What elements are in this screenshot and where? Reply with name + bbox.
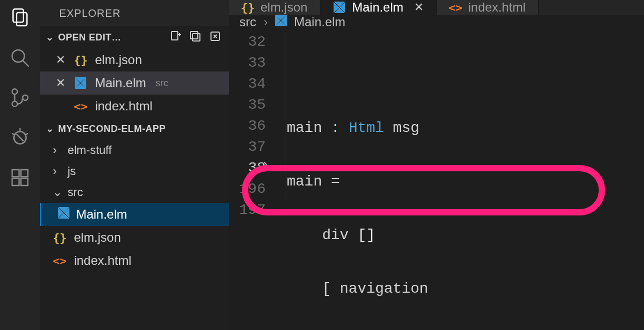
line-number: 38 bbox=[229, 158, 276, 179]
new-file-icon[interactable] bbox=[169, 30, 182, 45]
code-editor[interactable]: 32 33 34 35 36 37 38 196 197 › main : Ht… bbox=[229, 29, 644, 330]
svg-rect-16 bbox=[172, 32, 178, 40]
tab-index-html[interactable]: <> index.html bbox=[437, 0, 539, 15]
file-item[interactable]: Main.elm bbox=[40, 203, 229, 226]
tab-main-elm[interactable]: Main.elm ✕ bbox=[320, 0, 436, 15]
folder-item[interactable]: › js bbox=[40, 161, 229, 182]
chevron-down-icon: ⌄ bbox=[44, 123, 55, 135]
svg-rect-13 bbox=[21, 170, 28, 177]
svg-point-5 bbox=[12, 101, 17, 107]
line-number: 197 bbox=[229, 200, 276, 221]
svg-point-2 bbox=[12, 50, 24, 62]
folder-item[interactable]: ⌄ src bbox=[40, 182, 229, 203]
main-area: {} elm.json Main.elm ✕ <> index.html src… bbox=[229, 0, 644, 330]
breadcrumb-segment[interactable]: src bbox=[239, 15, 256, 29]
svg-rect-14 bbox=[12, 179, 19, 185]
tab-label: elm.json bbox=[260, 0, 307, 15]
svg-rect-1 bbox=[17, 13, 27, 26]
elm-icon bbox=[333, 1, 346, 14]
json-icon: {} bbox=[242, 1, 254, 14]
svg-rect-19 bbox=[190, 32, 198, 39]
workspace-header[interactable]: ⌄ MY-SECOND-ELM-APP bbox=[40, 118, 229, 140]
open-editor-item[interactable]: ✕ Main.elm src bbox=[40, 71, 229, 95]
close-all-icon[interactable] bbox=[209, 30, 222, 45]
file-label: index.html bbox=[74, 253, 131, 268]
save-all-icon[interactable] bbox=[189, 30, 202, 45]
open-editor-meta: src bbox=[156, 78, 168, 89]
activity-extensions[interactable] bbox=[9, 167, 31, 188]
open-editor-label: Main.elm bbox=[95, 76, 146, 90]
svg-line-8 bbox=[17, 134, 24, 141]
activity-explorer[interactable] bbox=[9, 7, 31, 28]
chevron-right-icon: › bbox=[53, 143, 62, 157]
line-number: 196 bbox=[229, 179, 276, 200]
line-number: 35 bbox=[229, 95, 276, 116]
svg-rect-12 bbox=[12, 170, 19, 177]
close-icon[interactable]: ✕ bbox=[414, 1, 424, 14]
tab-elm-json[interactable]: {} elm.json bbox=[229, 0, 320, 15]
chevron-right-icon: › bbox=[53, 164, 62, 178]
breadcrumb-segment[interactable]: Main.elm bbox=[294, 15, 345, 29]
elm-icon bbox=[275, 15, 287, 29]
open-editors-actions bbox=[169, 30, 229, 45]
fold-chevron-icon[interactable]: › bbox=[261, 158, 269, 172]
html-icon: <> bbox=[53, 254, 66, 267]
json-icon: {} bbox=[74, 53, 87, 67]
open-editors-label: OPEN EDIT… bbox=[58, 32, 121, 43]
open-editors-header[interactable]: ⌄ OPEN EDIT… bbox=[40, 26, 229, 48]
json-icon: {} bbox=[53, 231, 66, 244]
folder-label: elm-stuff bbox=[67, 143, 112, 157]
svg-rect-15 bbox=[21, 179, 28, 185]
breadcrumb[interactable]: src › Main.elm bbox=[229, 15, 644, 29]
svg-point-4 bbox=[12, 89, 17, 94]
file-label: Main.elm bbox=[76, 207, 127, 222]
svg-line-3 bbox=[23, 60, 29, 67]
workspace-label: MY-SECOND-ELM-APP bbox=[58, 123, 166, 135]
tab-label: Main.elm bbox=[352, 0, 403, 15]
line-number: 33 bbox=[229, 53, 276, 74]
svg-rect-0 bbox=[13, 9, 24, 22]
open-editor-item[interactable]: ✕ {} elm.json bbox=[40, 48, 229, 71]
file-item[interactable]: <> index.html bbox=[40, 249, 229, 272]
elm-icon bbox=[74, 76, 87, 90]
folder-item[interactable]: › elm-stuff bbox=[40, 140, 229, 161]
folder-label: js bbox=[67, 164, 76, 178]
elm-icon bbox=[58, 207, 69, 222]
tab-label: index.html bbox=[468, 0, 526, 15]
html-icon: <> bbox=[74, 99, 87, 113]
close-icon[interactable]: ✕ bbox=[55, 76, 66, 90]
activity-search[interactable] bbox=[9, 47, 31, 68]
tab-bar: {} elm.json Main.elm ✕ <> index.html bbox=[229, 0, 644, 15]
code-content[interactable]: main : Html msg main = div [] [ navigati… bbox=[276, 29, 644, 330]
html-icon: <> bbox=[449, 1, 462, 14]
folder-label: src bbox=[67, 185, 83, 199]
line-number: 37 bbox=[229, 137, 276, 158]
chevron-down-icon: ⌄ bbox=[53, 185, 62, 199]
open-editor-label: index.html bbox=[95, 99, 152, 114]
sidebar-title: EXPLORER bbox=[40, 0, 229, 26]
open-editor-label: elm.json bbox=[95, 53, 142, 67]
line-gutter: 32 33 34 35 36 37 38 196 197 bbox=[229, 29, 276, 330]
activity-source-control[interactable] bbox=[9, 87, 31, 108]
svg-line-10 bbox=[12, 133, 15, 135]
line-number: 32 bbox=[229, 32, 276, 53]
activity-debug[interactable] bbox=[9, 127, 31, 148]
open-editor-item[interactable]: <> index.html bbox=[40, 95, 229, 118]
line-number: 36 bbox=[229, 116, 276, 137]
svg-line-11 bbox=[25, 133, 28, 135]
file-item[interactable]: {} elm.json bbox=[40, 226, 229, 249]
line-number: 34 bbox=[229, 74, 276, 95]
svg-point-6 bbox=[23, 95, 28, 100]
file-label: elm.json bbox=[74, 230, 120, 245]
svg-rect-20 bbox=[193, 34, 200, 41]
chevron-right-icon: › bbox=[264, 15, 268, 29]
close-icon[interactable]: ✕ bbox=[55, 53, 66, 67]
chevron-down-icon: ⌄ bbox=[44, 32, 55, 43]
activity-bar bbox=[0, 0, 40, 330]
explorer-sidebar: EXPLORER ⌄ OPEN EDIT… ✕ {} elm.json ✕ Ma… bbox=[40, 0, 229, 330]
